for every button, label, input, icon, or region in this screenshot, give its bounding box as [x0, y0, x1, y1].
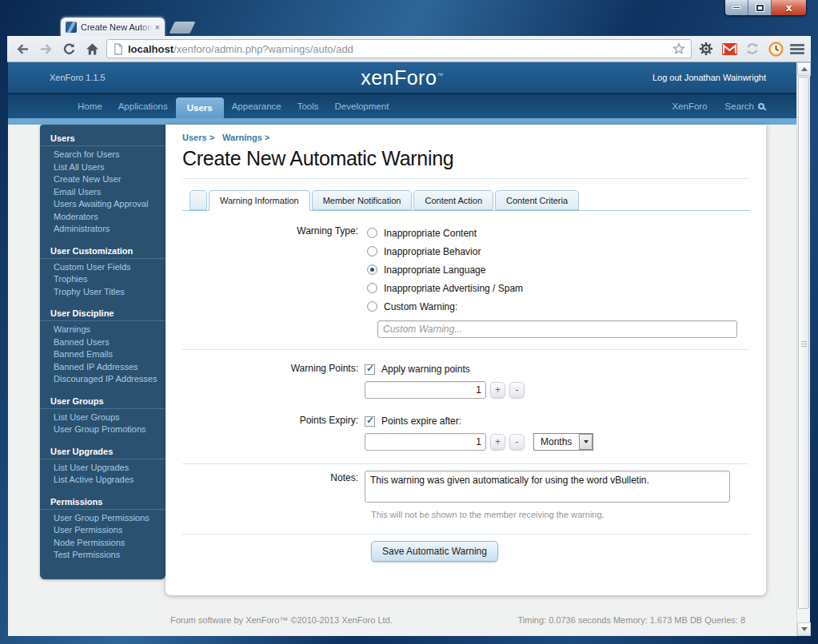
sidebar-item-banned-users[interactable]: Banned Users — [40, 336, 166, 349]
url-text[interactable]: localhost/xenforo/admin.php?warnings/aut… — [128, 43, 668, 55]
expiry-unit-select[interactable]: Months — [533, 433, 593, 451]
bookmark-star-icon[interactable] — [672, 42, 685, 55]
radio-icon[interactable] — [367, 246, 377, 256]
scroll-down-button[interactable] — [797, 622, 811, 636]
sidebar-item-list-user-upgrades[interactable]: List User Upgrades — [40, 462, 166, 475]
arrow-up-icon — [801, 67, 808, 71]
points-increment-button[interactable]: + — [490, 382, 505, 398]
back-button[interactable] — [14, 40, 31, 58]
tab-warning-information[interactable]: Warning Information — [209, 190, 310, 211]
clock-icon[interactable] — [767, 40, 784, 58]
sidebar-item-users-awaiting-approval[interactable]: Users Awaiting Approval — [40, 198, 166, 211]
radio-icon[interactable] — [367, 301, 377, 312]
points-decrement-button[interactable]: - — [509, 382, 525, 398]
save-automatic-warning-button[interactable]: Save Automatic Warning — [371, 541, 498, 562]
sync-icon[interactable] — [744, 40, 761, 58]
radio-inappropriate-behavior[interactable]: Inappropriate Behavior — [365, 242, 749, 260]
sidebar-item-discouraged-ip-addresses[interactable]: Discouraged IP Addresses — [40, 373, 166, 386]
notes-textarea[interactable]: This warning was given automatically for… — [365, 471, 730, 503]
page-footer: Forum software by XenForo™ ©2010-2013 Xe… — [166, 615, 766, 625]
points-expire-checkbox[interactable]: Points expire after: — [365, 413, 749, 429]
warning-points-input[interactable] — [365, 381, 486, 399]
nav-link-xenforo[interactable]: XenForo — [672, 101, 707, 111]
refresh-button[interactable] — [60, 40, 78, 58]
nav-item-appearance[interactable]: Appearance — [224, 94, 289, 118]
gear-icon[interactable] — [697, 40, 715, 58]
sidebar-section-user-customization: User Customization Custom User Fields Tr… — [40, 244, 166, 299]
forward-button[interactable] — [37, 40, 54, 58]
search-label: Search — [725, 101, 754, 111]
close-button[interactable]: x — [772, 0, 806, 15]
sidebar-item-email-users[interactable]: Email Users — [40, 186, 166, 199]
nav-item-development[interactable]: Development — [327, 94, 397, 118]
maximize-button[interactable] — [748, 0, 772, 15]
sidebar-section-permissions: Permissions User Group Permissions User … — [40, 495, 166, 562]
expiry-decrement-button[interactable]: - — [509, 434, 525, 450]
sidebar-item-list-active-upgrades[interactable]: List Active Upgrades — [40, 474, 166, 487]
radio-custom-warning[interactable]: Custom Warning: — [365, 297, 749, 316]
browser-tab[interactable]: Create New Automatic Wa × — [60, 17, 166, 36]
radio-inappropriate-content[interactable]: Inappropriate Content — [365, 224, 749, 242]
sidebar-item-user-group-promotions[interactable]: User Group Promotions — [40, 423, 166, 436]
warning-points-label: Warning Points: — [182, 361, 365, 399]
browser-toolbar: localhost/xenforo/admin.php?warnings/aut… — [7, 36, 811, 62]
sidebar-item-search-for-users[interactable]: Search for Users — [40, 149, 166, 161]
tab-content-criteria[interactable]: Content Criteria — [495, 190, 579, 210]
menu-icon[interactable] — [790, 44, 804, 54]
radio-icon[interactable] — [367, 283, 377, 293]
scrollbar-grip-icon — [801, 341, 807, 348]
checkbox-icon[interactable] — [365, 364, 375, 375]
sidebar-item-custom-user-fields[interactable]: Custom User Fields — [40, 261, 166, 274]
sidebar-item-administrators[interactable]: Administrators — [40, 223, 166, 236]
window-titlebar: Create New Automatic Wa × x — [0, 0, 818, 36]
select-dropdown-button[interactable] — [579, 434, 593, 450]
radio-inappropriate-language[interactable]: Inappropriate Language — [365, 260, 749, 279]
nav-item-users[interactable]: Users — [176, 97, 224, 118]
sidebar-item-trophy-user-titles[interactable]: Trophy User Titles — [40, 286, 166, 299]
tab-close-icon[interactable]: × — [155, 22, 160, 32]
breadcrumb-warnings[interactable]: Warnings > — [222, 133, 269, 142]
vertical-scrollbar[interactable] — [796, 62, 810, 636]
sidebar-item-banned-emails[interactable]: Banned Emails — [40, 348, 166, 361]
scroll-up-button[interactable] — [797, 62, 811, 76]
sidebar-item-create-new-user[interactable]: Create New User — [40, 173, 166, 186]
sidebar-item-banned-ip-addresses[interactable]: Banned IP Addresses — [40, 361, 166, 374]
custom-warning-input[interactable] — [377, 320, 737, 338]
nav-item-tools[interactable]: Tools — [289, 94, 327, 118]
xenforo-header: XenForo 1.1.5 xenForo™ Log out Jonathan … — [8, 62, 796, 94]
nav-search[interactable]: Search — [725, 101, 764, 111]
expiry-increment-button[interactable]: + — [490, 434, 505, 450]
sidebar-item-trophies[interactable]: Trophies — [40, 273, 166, 286]
tab-content-action[interactable]: Content Action — [413, 190, 493, 210]
sidebar-item-warnings[interactable]: Warnings — [40, 324, 166, 336]
address-bar[interactable]: localhost/xenforo/admin.php?warnings/aut… — [106, 39, 692, 58]
browser-viewport: XenForo 1.1.5 xenForo™ Log out Jonathan … — [8, 62, 810, 636]
breadcrumb: Users > Warnings > — [182, 133, 749, 142]
logout-link[interactable]: Log out Jonathan Wainwright — [652, 73, 766, 82]
radio-icon[interactable] — [367, 264, 377, 275]
radio-inappropriate-advertising[interactable]: Inappropriate Advertising / Spam — [365, 279, 749, 297]
gmail-icon[interactable] — [720, 40, 738, 58]
new-tab-button[interactable] — [170, 22, 196, 34]
sidebar-item-list-all-users[interactable]: List All Users — [40, 161, 166, 174]
sidebar-item-test-permissions[interactable]: Test Permissions — [40, 549, 166, 562]
home-button[interactable] — [83, 40, 101, 58]
tab-member-notification[interactable]: Member Notification — [312, 190, 413, 210]
footer-timing: Timing: 0.0736 seconds Memory: 1.673 MB … — [518, 615, 746, 625]
warning-type-row: Warning Type: Inappropriate Content Inap… — [182, 224, 749, 349]
checkbox-icon[interactable] — [365, 416, 375, 427]
expiry-value-input[interactable] — [365, 433, 486, 451]
radio-icon[interactable] — [367, 228, 377, 238]
sidebar-item-user-group-permissions[interactable]: User Group Permissions — [40, 512, 166, 525]
sidebar-item-node-permissions[interactable]: Node Permissions — [40, 537, 166, 550]
breadcrumb-users[interactable]: Users > — [182, 133, 214, 142]
sidebar-item-user-permissions[interactable]: User Permissions — [40, 524, 166, 537]
sidebar-item-list-user-groups[interactable]: List User Groups — [40, 411, 166, 424]
nav-item-applications[interactable]: Applications — [110, 94, 176, 118]
nav-item-home[interactable]: Home — [70, 94, 110, 118]
minimize-button[interactable] — [725, 0, 748, 15]
scrollbar-thumb[interactable] — [798, 77, 809, 609]
sidebar-item-moderators[interactable]: Moderators — [40, 211, 166, 224]
apply-warning-points-checkbox[interactable]: Apply warning points — [365, 361, 749, 377]
sidebar: Users Search for Users List All Users Cr… — [40, 125, 166, 579]
